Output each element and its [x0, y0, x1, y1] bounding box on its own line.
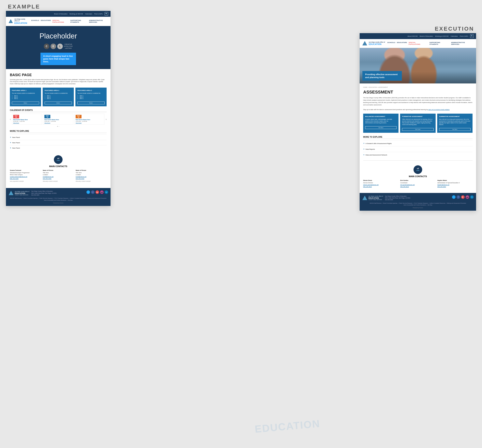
exec-contact-3: Hayden Weber Administrator of Special Ed… — [437, 180, 473, 188]
sdcoe-logo-text: sdcoe — [57, 158, 60, 162]
cal-next[interactable]: › — [106, 118, 107, 121]
nav-supporting[interactable]: SUPPORTING STUDENTS — [71, 20, 88, 23]
more-explore: MORE TO EXPLORE + New Panel + New Panel … — [10, 130, 107, 150]
exec-contact-name-1: Steven Green — [363, 180, 398, 181]
nav-special[interactable]: SPECIAL POPULATIONS — [53, 20, 69, 23]
nav-admin[interactable]: ADMINISTRATIVE SERVICES — [89, 20, 108, 23]
fa2-list: Item 1 Item 2 Item 3 — [45, 95, 72, 99]
exec-contact-phone-1[interactable]: 858-295-8634 — [363, 186, 398, 188]
fa3-item1: Item 1 — [80, 95, 104, 96]
exec-contact-email-3[interactable]: hayden@sdcoe.net — [437, 184, 473, 186]
education-watermark: EDUcAtioN — [254, 418, 321, 435]
contact-card-2: Name of Person Title Here Location email… — [43, 169, 74, 182]
exec-contact-email-1[interactable]: steven.green@sdcoe.net — [363, 184, 398, 186]
contact-phone-3[interactable]: 555-555-5555 — [76, 178, 107, 180]
nav-schools[interactable]: SCHOOLS — [31, 20, 39, 23]
nav-search[interactable]: 🔍 — [104, 12, 108, 16]
exec-nav-educators[interactable]: EDUCATORS — [397, 42, 407, 45]
cal-prev[interactable]: ‹ — [10, 118, 11, 121]
exec-contact-name-2: Erin Gordon — [400, 180, 435, 181]
cal-link-3[interactable]: View Event — [76, 122, 103, 124]
fa2-button[interactable]: Button — [45, 102, 72, 104]
exec-nav-working[interactable]: Working at SDCOE — [435, 35, 449, 37]
cal-link-2[interactable]: View Event — [44, 122, 72, 124]
twitter-icon[interactable]: t — [87, 190, 90, 194]
nav-board[interactable]: Board of Education — [54, 13, 67, 15]
exec-explore-2[interactable]: + Data Reports — [363, 146, 473, 152]
exec-feat-summative: SUMMATIVE ASSESSMENT Also referred to as… — [437, 114, 473, 133]
exec-page-title: ASSESSMENT — [363, 90, 473, 95]
execution-label: EXECUTION — [435, 26, 474, 32]
explore-panel-3[interactable]: + New Panel — [10, 145, 107, 150]
contact-phone-2[interactable]: 555-555-5555 — [43, 178, 74, 180]
exec-explore-label-2: Data Reports — [366, 148, 375, 150]
exec-nav-admin[interactable]: ADMINISTRATIVE SERVICES — [451, 42, 474, 45]
footer-logo-edu: EDUCATION — [15, 192, 29, 194]
exec-explore-3[interactable]: + Data and Assessment Network — [363, 152, 473, 158]
basic-page-content: BASIC PAGE Summary goes here...Lorem ips… — [6, 69, 111, 188]
cel-c-circle: C — [44, 44, 49, 49]
contact-loc-2: Location — [43, 174, 74, 176]
contact-name-2: Name of Person — [43, 169, 74, 172]
explore-plus-3: + — [10, 147, 11, 149]
explore-plus-2: + — [10, 141, 11, 144]
explore-label-1: New Panel — [12, 136, 20, 138]
contact-note-1: Auto populated example — [10, 180, 41, 182]
exec-linkedin-icon[interactable]: in — [470, 195, 474, 199]
youtube-icon[interactable]: ▶ — [96, 190, 99, 194]
exec-feat-balanced-btn[interactable]: Get More — [365, 126, 397, 129]
instagram-icon[interactable]: 📷 — [100, 190, 104, 194]
exec-instagram-icon[interactable]: 📷 — [466, 195, 469, 199]
example-nav-top: Board of Education Working at SDCOE Cale… — [6, 11, 111, 17]
exec-nav-search[interactable]: 🔍 — [470, 34, 474, 38]
fa1-button[interactable]: Button — [12, 102, 39, 104]
footer-subtitle: COUNTY WIDE SERVICES — [15, 194, 29, 196]
nav-working[interactable]: Working at SDCOE — [70, 13, 83, 15]
exec-nav-board[interactable]: Board of Education — [420, 35, 433, 37]
basic-page-title: BASIC PAGE — [10, 73, 107, 77]
exec-nav-schools[interactable]: SCHOOLS — [387, 42, 395, 45]
linkedin-icon[interactable]: in — [104, 190, 108, 194]
exec-facebook-icon[interactable]: f — [457, 195, 460, 199]
contact-email-2[interactable]: email@sdcoe.net — [43, 176, 74, 178]
exec-nav-special[interactable]: SPECIAL POPULATIONS — [409, 42, 428, 45]
fa3-button[interactable]: Button — [77, 102, 104, 104]
nav-logo-text: san diego county office of EDUCATION — [14, 18, 29, 24]
explore-panel-2[interactable]: + New Panel — [10, 140, 107, 145]
exec-email-signup[interactable]: sign up to receive email updates — [428, 109, 450, 110]
nav-calendars[interactable]: Calendars — [85, 13, 92, 15]
nav-educators[interactable]: EDUCATORS — [41, 20, 51, 23]
exec-feat-summative-btn[interactable]: Get More — [439, 128, 471, 131]
exec-explore-1[interactable]: + A Student's Bill of Assessment Rights — [363, 141, 473, 146]
more-explore-title: MORE TO EXPLORE — [10, 130, 107, 133]
calendar-events: ‹ MAY20 New Event Name Here 10:00 AM – 1… — [10, 114, 107, 125]
contact-card-3: Name of Person Title Here Location email… — [76, 169, 107, 182]
exec-youtube-icon[interactable]: ▶ — [461, 195, 465, 199]
calendar-title: CALENDAR OF EVENTS — [10, 109, 107, 112]
exec-contact-1: Steven Green Service Director steven.gre… — [363, 180, 398, 188]
exec-footer-phone: 619-292-3200 — [385, 199, 410, 201]
exec-nav-about[interactable]: About SDCOE — [407, 35, 418, 37]
exec-summary: The San Diego County Office of Education… — [363, 97, 473, 111]
exec-twitter-icon[interactable]: t — [452, 195, 456, 199]
exec-nav-cal[interactable]: Calendars — [451, 35, 458, 37]
exec-footer-logo: san diego county office of EDUCATION COU… — [362, 195, 383, 201]
exec-contact-phone-3[interactable]: 858-295-9994 — [437, 186, 473, 188]
contacts-title: MAIN CONTACTS — [10, 165, 107, 167]
facebook-icon[interactable]: f — [91, 190, 95, 194]
contact-email-1[interactable]: susana.tsutsumi@sdcoe.net — [10, 176, 41, 178]
footer-top: san diego county office of EDUCATION COU… — [8, 190, 108, 196]
exec-nav-supporting[interactable]: SUPPORTING STUDENTS — [429, 42, 450, 45]
contact-email-3[interactable]: email@sdcoe.net — [76, 176, 107, 178]
exec-contact-role-1: Service Director — [363, 182, 398, 184]
nav-find[interactable]: Find LCAPs — [94, 13, 103, 15]
explore-plus-1: + — [10, 136, 11, 139]
explore-panel-1[interactable]: + New Panel — [10, 134, 107, 140]
contact-phone-1[interactable]: 858-292-6266 — [10, 178, 41, 180]
exec-contact-phone-2[interactable]: 858-295-8819 — [400, 186, 435, 188]
cal-link-1[interactable]: View Event — [13, 122, 41, 124]
footer-addr-line: 6401 Linda Vista Road, San Diego, CA 923… — [31, 192, 57, 194]
exec-feat-formative-btn[interactable]: Get Learn — [402, 128, 434, 131]
exec-contact-email-2[interactable]: erin.gordon@sdcoe.net — [400, 184, 435, 186]
exec-nav-find[interactable]: Find LCAPs — [460, 35, 468, 37]
